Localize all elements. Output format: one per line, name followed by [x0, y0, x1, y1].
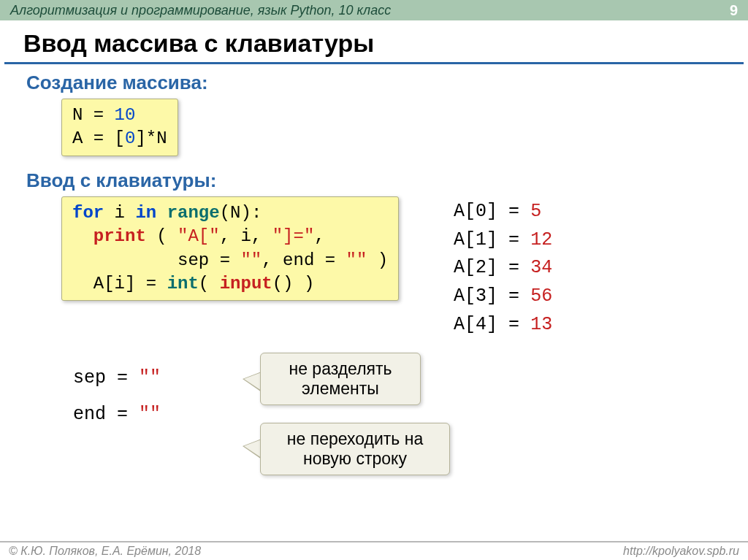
subheading-keyboard-input: Ввод с клавиатуры: — [26, 169, 722, 192]
code-string: "]=" — [272, 226, 315, 246]
title-underline — [4, 62, 744, 64]
code-text: ( — [199, 274, 220, 294]
code-string: "" — [346, 250, 367, 270]
code-text: ( — [146, 226, 178, 246]
code-number: 10 — [115, 105, 136, 125]
bubble-tail — [244, 372, 262, 391]
kw-for: for — [72, 203, 104, 223]
course-title: Алгоритмизация и программирование, язык … — [10, 3, 391, 18]
code-text: ) — [367, 250, 388, 270]
subheading-create-array: Создание массива: — [26, 72, 722, 94]
output-row: A[3] = 56 — [454, 283, 552, 311]
bubble-tail — [244, 440, 262, 458]
code-text: , — [314, 226, 324, 246]
code-text: , end = — [262, 250, 346, 270]
slide-footer: © К.Ю. Поляков, Е.А. Ерёмин, 2018 http:/… — [0, 541, 748, 560]
output-row: A[2] = 34 — [454, 254, 552, 283]
code-text: A[i] = — [94, 274, 167, 294]
code-number: 0 — [125, 129, 135, 148]
fn-int: int — [167, 274, 199, 294]
slide-header: Алгоритмизация и программирование, язык … — [0, 0, 748, 20]
sample-output: A[0] = 5 A[1] = 12 A[2] = 34 A[3] = 56 A… — [435, 198, 552, 340]
param-labels: sep = "" end = "" — [73, 360, 161, 433]
fn-input: input — [220, 274, 272, 294]
output-row: A[0] = 5 — [454, 198, 552, 226]
code-text: (N): — [220, 203, 262, 223]
code-text: , i, — [220, 226, 272, 246]
page-number: 9 — [730, 2, 738, 19]
slide-title: Ввод массива с клавиатуры — [0, 20, 748, 62]
code-text: A = [ — [72, 129, 125, 148]
footer-url: http://kpolyakov.spb.ru — [623, 545, 739, 558]
footer-copyright: © К.Ю. Поляков, Е.А. Ерёмин, 2018 — [9, 545, 201, 558]
label-end: end = — [73, 404, 139, 425]
code-text: sep = — [178, 250, 240, 270]
output-row: A[1] = 12 — [454, 226, 552, 255]
label-sep: sep = — [73, 367, 139, 388]
code-text: () ) — [272, 274, 315, 294]
code-block-input-loop: for i in range(N): print ( "A[", i, "]="… — [61, 196, 399, 302]
code-text: ]*N — [135, 129, 167, 148]
code-text — [156, 203, 167, 223]
callout-end: не переходить на новую строку — [260, 423, 450, 475]
code-text: i — [104, 203, 135, 223]
callouts-area: sep = "" end = "" не разделять элементы … — [26, 357, 722, 518]
code-block-create: N = 10 A = [0]*N — [61, 99, 178, 156]
label-end-value: "" — [139, 404, 161, 425]
code-string: "" — [240, 250, 262, 270]
fn-print: print — [94, 226, 146, 246]
kw-in: in — [135, 203, 156, 223]
label-sep-value: "" — [139, 367, 161, 388]
callout-sep: не разделять элементы — [260, 353, 421, 405]
output-row: A[4] = 13 — [454, 311, 552, 340]
code-string: "A[" — [178, 226, 220, 246]
code-text: N = — [72, 105, 115, 125]
fn-range: range — [167, 203, 220, 223]
